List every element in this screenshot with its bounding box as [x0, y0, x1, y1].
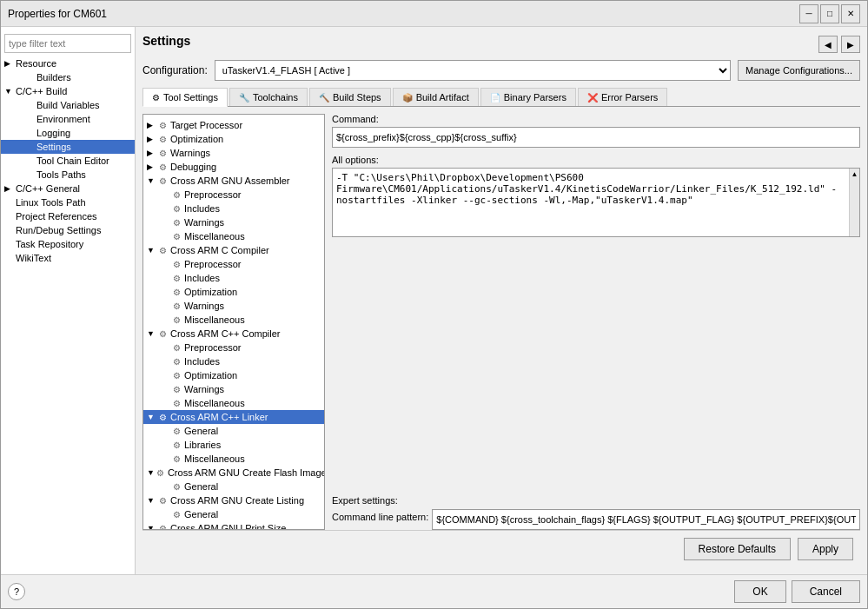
- sidebar-item-resource[interactable]: ▶Resource: [1, 56, 135, 70]
- nav-back-button[interactable]: ◀: [818, 36, 838, 53]
- sidebar-item-label: Builders: [36, 72, 71, 83]
- tab-binary-parsers[interactable]: 📄 Binary Parsers: [480, 88, 576, 106]
- expand-icon: ▼: [147, 246, 157, 255]
- command-input[interactable]: [332, 127, 860, 148]
- expand-icon: ▼: [147, 468, 155, 477]
- tree-node-c_warnings[interactable]: ⚙Warnings: [143, 299, 324, 313]
- cancel-button[interactable]: Cancel: [792, 580, 860, 603]
- node-icon: ⚙: [173, 260, 181, 269]
- close-button[interactable]: ✕: [841, 4, 860, 23]
- tree-node-label: Cross ARM GNU Create Flash Image: [168, 467, 325, 478]
- all-options-textarea[interactable]: -T "C:\Users\Phil\Dropbox\Development\PS…: [333, 169, 859, 237]
- tree-node-assembler_warnings[interactable]: ⚙Warnings: [143, 215, 324, 229]
- tree-node-c_misc[interactable]: ⚙Miscellaneous: [143, 313, 324, 327]
- tree-node-linker_libraries[interactable]: ⚙Libraries: [143, 438, 324, 452]
- tree-node-debugging[interactable]: ▶⚙Debugging: [143, 160, 324, 174]
- main-window: Properties for CM601 ─ □ ✕ ▶ResourceBuil…: [0, 0, 868, 609]
- command-field: Command:: [332, 114, 860, 148]
- tree-node-cpp_includes[interactable]: ⚙Includes: [143, 354, 324, 368]
- sidebar-item-label: Tools Paths: [36, 169, 86, 180]
- expand-icon: ▶: [147, 149, 157, 157]
- minimize-button[interactable]: ─: [799, 4, 818, 23]
- panel-title: Settings: [142, 34, 190, 48]
- sidebar-item-builders[interactable]: Builders: [1, 70, 135, 84]
- tree-node-linker_general[interactable]: ⚙General: [143, 424, 324, 438]
- tab-build-artifact[interactable]: 📦 Build Artifact: [393, 88, 479, 106]
- command-label: Command:: [332, 114, 860, 124]
- sidebar-item-logging[interactable]: Logging: [1, 126, 135, 140]
- tab-build-steps[interactable]: 🔨 Build Steps: [309, 88, 391, 106]
- config-select[interactable]: uTaskerV1.4_FLASH [ Active ]: [215, 60, 731, 81]
- tree-node-c_includes[interactable]: ⚙Includes: [143, 271, 324, 285]
- tree-node-linker_misc[interactable]: ⚙Miscellaneous: [143, 452, 324, 466]
- node-icon: ⚙: [159, 246, 167, 255]
- maximize-button[interactable]: □: [820, 4, 839, 23]
- tree-node-label: Cross ARM GNU Create Listing: [170, 495, 304, 506]
- tree-node-cross_arm_gnu_create_flash[interactable]: ▼⚙Cross ARM GNU Create Flash Image: [143, 466, 324, 480]
- sidebar: ▶ResourceBuilders▼C/C++ BuildBuild Varia…: [1, 27, 136, 574]
- ok-button[interactable]: OK: [734, 580, 785, 603]
- nav-forward-button[interactable]: ▶: [841, 36, 860, 53]
- tree-node-c_optimization[interactable]: ⚙Optimization: [143, 285, 324, 299]
- tree-node-label: Miscellaneous: [184, 314, 245, 325]
- tab-tool-settings[interactable]: ⚙ Tool Settings: [142, 88, 228, 107]
- tree-node-label: General: [184, 426, 218, 436]
- apply-button[interactable]: Apply: [798, 538, 853, 560]
- sidebar-item-linux_tools_path[interactable]: Linux Tools Path: [1, 195, 135, 209]
- node-icon: ⚙: [173, 440, 181, 450]
- tree-node-cross_arm_cpp_compiler[interactable]: ▼⚙Cross ARM C++ Compiler: [143, 327, 324, 341]
- node-icon: ⚙: [156, 468, 164, 478]
- sidebar-item-run_debug_settings[interactable]: Run/Debug Settings: [1, 223, 135, 237]
- node-icon: ⚙: [173, 510, 181, 520]
- tree-node-assembler_includes[interactable]: ⚙Includes: [143, 202, 324, 215]
- tree-node-c_preprocessor[interactable]: ⚙Preprocessor: [143, 257, 324, 271]
- node-icon: ⚙: [173, 274, 181, 283]
- node-icon: ⚙: [173, 315, 181, 325]
- sidebar-item-tools_paths[interactable]: Tools Paths: [1, 168, 135, 182]
- tree-node-cpp_optimization[interactable]: ⚙Optimization: [143, 368, 324, 382]
- tree-node-assembler_preprocessor[interactable]: ⚙Preprocessor: [143, 188, 324, 202]
- tree-node-label: Optimization: [184, 370, 237, 381]
- sidebar-item-cpp_general[interactable]: ▶C/C++ General: [1, 182, 135, 195]
- tree-node-label: Preprocessor: [184, 189, 241, 200]
- tree-node-warnings[interactable]: ▶⚙Warnings: [143, 146, 324, 160]
- tree-node-assembler_misc[interactable]: ⚙Miscellaneous: [143, 229, 324, 243]
- sidebar-item-environment[interactable]: Environment: [1, 112, 135, 126]
- build-steps-icon: 🔨: [319, 93, 329, 103]
- sidebar-item-cpp_build[interactable]: ▼C/C++ Build: [1, 84, 135, 98]
- tree-node-cross_arm_c_compiler[interactable]: ▼⚙Cross ARM C Compiler: [143, 243, 324, 257]
- settings-panel: Command: All options: -T "C:\Users\Phil\…: [332, 114, 860, 530]
- manage-configurations-button[interactable]: Manage Configurations...: [738, 60, 860, 81]
- sidebar-item-tool_chain_editor[interactable]: Tool Chain Editor: [1, 154, 135, 168]
- tree-node-cross_arm_gnu_assembler[interactable]: ▼⚙Cross ARM GNU Assembler: [143, 174, 324, 188]
- tree-node-cross_arm_cpp_linker[interactable]: ▼⚙Cross ARM C++ Linker: [143, 410, 324, 424]
- tree-node-listing_general[interactable]: ⚙General: [143, 507, 324, 521]
- tree-node-cpp_warnings[interactable]: ⚙Warnings: [143, 382, 324, 396]
- filter-input[interactable]: [4, 34, 131, 53]
- tree-node-target_processor[interactable]: ▶⚙Target Processor: [143, 118, 324, 132]
- help-button[interactable]: ?: [8, 583, 25, 600]
- tab-toolchains[interactable]: 🔧 Toolchains: [229, 88, 308, 106]
- tree-node-label: Cross ARM GNU Print Size: [170, 523, 286, 530]
- sidebar-item-label: Task Repository: [16, 239, 83, 249]
- tree-node-optimization[interactable]: ▶⚙Optimization: [143, 132, 324, 146]
- restore-defaults-button[interactable]: Restore Defaults: [684, 538, 791, 560]
- tree-node-flash_general[interactable]: ⚙General: [143, 480, 324, 493]
- cmd-line-pattern-input[interactable]: [432, 509, 860, 530]
- tree-node-label: Debugging: [170, 162, 216, 172]
- tree-node-cross_arm_gnu_create_listing[interactable]: ▼⚙Cross ARM GNU Create Listing: [143, 493, 324, 507]
- sidebar-item-wikitext[interactable]: WikiText: [1, 251, 135, 265]
- tree-node-cross_arm_gnu_print_size[interactable]: ▼⚙Cross ARM GNU Print Size: [143, 521, 324, 530]
- expand-icon: ▼: [147, 329, 157, 338]
- expand-icon: ▶: [147, 162, 157, 171]
- sidebar-item-settings[interactable]: Settings: [1, 140, 135, 154]
- sidebar-item-label: Tool Chain Editor: [36, 156, 109, 166]
- tab-error-parsers[interactable]: ❌ Error Parsers: [578, 88, 667, 106]
- tree-node-cpp_misc[interactable]: ⚙Miscellaneous: [143, 396, 324, 410]
- sidebar-item-build_variables[interactable]: Build Variables: [1, 98, 135, 112]
- tree-node-cpp_preprocessor[interactable]: ⚙Preprocessor: [143, 341, 324, 354]
- sidebar-item-label: WikiText: [16, 253, 51, 263]
- sidebar-item-task_repository[interactable]: Task Repository: [1, 237, 135, 251]
- expand-icon: ▶: [147, 121, 157, 129]
- sidebar-item-project_references[interactable]: Project References: [1, 209, 135, 223]
